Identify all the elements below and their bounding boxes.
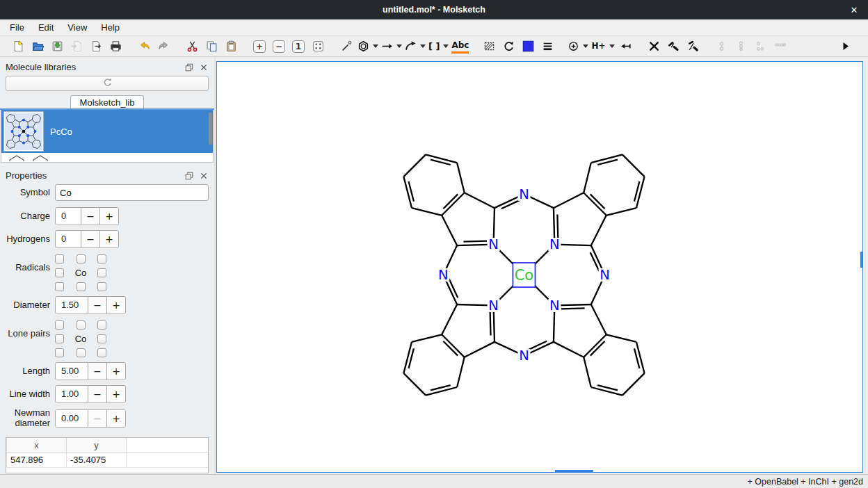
main-area: Molecule libraries Molsketch_lib PcCo (0, 57, 868, 474)
hydrogen-button[interactable]: H+ (591, 38, 614, 55)
text-button[interactable]: Abc (451, 38, 469, 55)
drawing-canvas[interactable]: CoNNNNNNNN (216, 61, 863, 473)
menu-edit[interactable]: Edit (31, 20, 61, 35)
library-scrollbar-thumb[interactable] (209, 113, 212, 145)
line-width-minus-button[interactable]: − (88, 386, 106, 402)
mechanism-arrow-dropdown-icon[interactable] (420, 44, 426, 48)
undo-button[interactable] (136, 38, 152, 55)
lone-pair-diag-icon (735, 40, 747, 52)
radical-checkbox[interactable] (55, 268, 64, 277)
coord-x-cell[interactable]: 547.896 (7, 453, 67, 468)
toolbar-extension-button[interactable] (837, 38, 853, 55)
window-close-icon[interactable]: ✕ (847, 3, 861, 17)
cut-button[interactable] (184, 38, 200, 55)
properties-float-icon[interactable] (184, 171, 194, 181)
lone-pair-checkbox[interactable] (55, 320, 64, 330)
line-width-plus-button[interactable]: + (106, 386, 125, 402)
save-file-button[interactable] (49, 38, 65, 55)
ring-button[interactable] (357, 38, 378, 55)
paste-button[interactable] (223, 38, 239, 55)
copy-button[interactable] (203, 38, 220, 55)
charge-button[interactable] (568, 38, 588, 55)
symbol-field[interactable] (55, 184, 209, 201)
length-value[interactable]: 5.00 (56, 363, 88, 380)
open-file-button[interactable] (29, 38, 46, 55)
length-plus-button[interactable]: + (106, 363, 125, 380)
bracket-button[interactable]: [ ] (428, 38, 449, 55)
zoom-in-button[interactable]: + (251, 38, 268, 55)
reaction-arrow-dropdown-icon[interactable] (396, 44, 402, 48)
bracket-dropdown-icon[interactable] (443, 44, 449, 48)
hydrogens-plus-button[interactable]: + (99, 231, 118, 247)
export-file-button[interactable] (88, 38, 104, 55)
line-width-value[interactable]: 1.00 (56, 386, 88, 402)
list-item-pcco[interactable]: PcCo (1, 110, 213, 153)
selection-hatch-icon (483, 40, 495, 52)
color-picker-button[interactable] (520, 38, 536, 55)
diameter-plus-button[interactable]: + (106, 297, 125, 314)
panel-splitter[interactable] (214, 57, 216, 474)
zoom-original-icon: 1 (292, 40, 305, 53)
length-minus-button[interactable]: − (88, 363, 106, 380)
radical-checkbox[interactable] (97, 268, 106, 277)
lone-pair-checkbox[interactable] (97, 320, 106, 330)
lone-pair-checkbox[interactable] (55, 348, 64, 357)
menu-view[interactable]: View (61, 20, 94, 35)
ring-dropdown-icon[interactable] (373, 44, 378, 48)
library-float-icon[interactable] (184, 63, 194, 72)
canvas-hscrollbar-thumb[interactable] (555, 470, 593, 472)
charge-dropdown-icon[interactable] (583, 44, 588, 48)
tab-molsketch-lib[interactable]: Molsketch_lib (70, 95, 145, 108)
library-close-icon[interactable] (199, 63, 209, 72)
menu-file[interactable]: File (3, 20, 31, 35)
line-width-button[interactable] (539, 38, 556, 55)
radical-checkbox[interactable] (55, 282, 64, 291)
redo-button[interactable] (155, 38, 172, 55)
delete-button[interactable] (646, 38, 663, 55)
list-item-partial[interactable] (1, 153, 213, 161)
library-refresh-button[interactable] (6, 76, 209, 91)
reaction-arrow-button[interactable] (381, 38, 402, 55)
flip-bond-button[interactable] (666, 38, 682, 55)
newman-diameter-plus-button[interactable]: + (106, 410, 125, 427)
diameter-value[interactable]: 1.50 (56, 297, 88, 314)
lone-pair-checkbox[interactable] (97, 348, 106, 357)
zoom-fit-button[interactable] (310, 38, 326, 55)
lone-pair-icon (716, 40, 728, 52)
menu-help[interactable]: Help (94, 20, 127, 35)
zoom-out-button[interactable]: − (271, 38, 287, 55)
charge-value[interactable]: 0 (56, 208, 81, 225)
hydrogens-value[interactable]: 0 (56, 231, 81, 247)
print-button[interactable] (107, 38, 124, 55)
rotate-button[interactable] (500, 38, 517, 55)
selection-hatch-button[interactable] (481, 38, 497, 55)
zoom-original-button[interactable]: 1 (290, 38, 307, 55)
hydrogens-minus-button[interactable]: − (81, 231, 99, 247)
radical-checkbox[interactable] (77, 254, 86, 263)
newman-diameter-minus-button[interactable]: − (88, 410, 106, 427)
canvas-vscrollbar-thumb[interactable] (860, 252, 862, 268)
radical-checkbox[interactable] (77, 282, 86, 291)
coord-y-cell[interactable]: -35.4075 (67, 453, 127, 468)
lone-pair-checkbox[interactable] (97, 334, 106, 343)
charge-decrease-button[interactable] (618, 38, 634, 55)
hydrogen-dropdown-icon[interactable] (609, 44, 615, 48)
draw-button[interactable] (338, 38, 355, 55)
line-width-label: Line width (6, 389, 50, 400)
molecule-drawing[interactable]: CoNNNNNNNN (217, 62, 862, 472)
flip-bond-vertical-button[interactable] (685, 38, 702, 55)
charge-minus-button[interactable]: − (81, 208, 99, 225)
charge-plus-button[interactable]: + (99, 208, 118, 225)
radical-checkbox[interactable] (97, 282, 106, 291)
mechanism-arrow-button[interactable] (405, 38, 426, 55)
lone-pair-checkbox[interactable] (55, 334, 64, 343)
diameter-minus-button[interactable]: − (88, 297, 106, 314)
radical-checkbox[interactable] (97, 254, 106, 263)
export-file-icon (90, 40, 102, 52)
newman-diameter-value[interactable]: 0.00 (56, 410, 88, 427)
properties-close-icon[interactable] (199, 171, 209, 181)
lone-pair-checkbox[interactable] (77, 348, 86, 357)
new-file-button[interactable] (10, 38, 26, 55)
radical-checkbox[interactable] (55, 254, 64, 263)
lone-pair-checkbox[interactable] (77, 320, 86, 330)
